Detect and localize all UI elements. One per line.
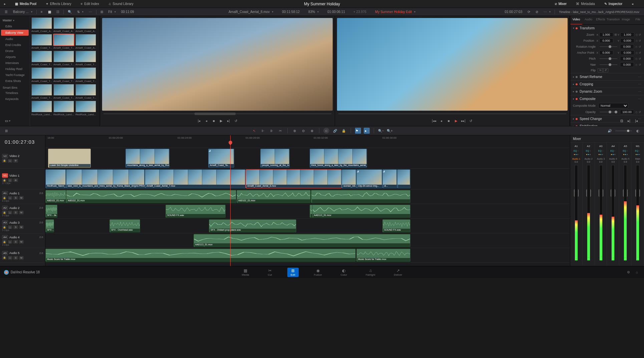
search-icon[interactable]: 🔍 (65, 10, 74, 14)
btn-mixer[interactable]: ⎚Mixer (554, 1, 568, 6)
audio-clip[interactable]: SFX - Overhead.wav (109, 219, 140, 232)
reset-icon[interactable]: ↺ (638, 63, 641, 66)
clip-thumbnail[interactable] (53, 17, 74, 29)
audio-clip[interactable]: Music Score for Trailer.mov (45, 249, 356, 262)
timeline-track[interactable]: AA0113_01.mov (45, 233, 570, 248)
stop-icon[interactable]: ■ (446, 118, 451, 123)
track-header[interactable]: A4Audio 42.0 🔒◻SM3 Clips (0, 233, 45, 248)
transition-icon[interactable]: ◢ (383, 170, 386, 173)
mute-button[interactable]: M (19, 196, 24, 200)
inspector-tab[interactable]: Effects (595, 16, 607, 24)
bypass-icon[interactable]: ⊘ (533, 10, 541, 14)
blade-tool-icon[interactable]: ✂ (277, 128, 283, 134)
zoom-x-field[interactable] (599, 32, 613, 37)
lock-track-icon[interactable]: 🔒 (2, 178, 7, 182)
timeline-track[interactable]: Lower 3rd Simple Underlinemountains_alon… (45, 148, 570, 169)
audio-clip[interactable]: Cross FadeSFX - Distant prop plane.wav (209, 219, 296, 232)
options-dropdown[interactable]: ⋯ (541, 10, 553, 14)
reset-icon[interactable]: ↺ (638, 33, 641, 36)
reset-icon[interactable]: ↺ (638, 51, 641, 54)
mixer-channel[interactable]: A2EQ ⫶ Audio 20.0 (583, 143, 595, 266)
section-header[interactable]: ▸Dynamic Zoom⋯ (570, 88, 644, 95)
clip-thumbnail[interactable] (53, 34, 74, 46)
track-badge[interactable]: A1 (2, 191, 8, 195)
reset-icon[interactable]: ↺ (638, 111, 641, 114)
mixer-channel[interactable]: A1EQ ⫶ Audio 10.0 (570, 143, 583, 266)
first-frame-icon[interactable]: |◂◂ (432, 118, 436, 123)
reset-icon[interactable]: ↺ (638, 57, 641, 60)
options-icon[interactable]: ⋯ (86, 10, 95, 14)
lock-track-icon[interactable]: 🔒 (2, 256, 7, 260)
audio-clip[interactable]: A80102_01.mov (237, 190, 311, 203)
composite-mode-select[interactable]: Normal (598, 103, 628, 108)
loop-icon[interactable]: ↺ (468, 118, 473, 123)
keyframe-icon[interactable]: ◇ (635, 33, 638, 36)
section-header[interactable]: ▸Smart Reframe⋯ (570, 73, 644, 80)
sidebar-toggle-icon[interactable]: ☰ (2, 10, 10, 14)
prev-frame-icon[interactable]: ◂ (204, 118, 209, 123)
clip-thumbnail[interactable] (75, 67, 96, 79)
mixer-channel[interactable]: M1EQ ⫶ Main0.0 (632, 143, 644, 266)
timeline-track[interactable]: SFX - Ja...SOUND FX.wavAA0113_01.mov (45, 204, 570, 219)
mute-icon[interactable]: 🔊 (607, 128, 613, 134)
audio-clip[interactable]: SFX -... (45, 219, 54, 232)
audio-clip[interactable] (311, 190, 410, 203)
dynamic-trim-icon[interactable]: ⊪ (269, 128, 275, 134)
video-clip[interactable]: people_running_at_the_beach_in_brig... (260, 149, 290, 168)
track-header[interactable]: A3Audio 32.0 🔒◻SM5 Clips (0, 219, 45, 233)
clip-thumbnail[interactable] (75, 101, 96, 112)
view-strip-icon[interactable]: ☷ (54, 10, 62, 14)
btn-inspector[interactable]: ✎Inspector (603, 1, 624, 6)
clip-thumbnail[interactable] (53, 51, 74, 62)
audio-clip[interactable]: A80102_01.mov (66, 190, 236, 203)
bin-item[interactable]: Yacht Footage (0, 72, 30, 78)
reset-icon[interactable]: ↺ (638, 45, 641, 48)
lock-track-icon[interactable]: 🔒 (2, 225, 7, 229)
section-header[interactable]: ▸Stabilization⋯ (570, 123, 644, 126)
inspector-tab[interactable]: Transition (607, 16, 620, 24)
sync-icon[interactable]: ⟳ (525, 10, 533, 14)
keyframe-icon[interactable]: ◇ (635, 39, 638, 42)
clip-thumbnail[interactable] (31, 101, 52, 112)
clip-thumbnail[interactable] (53, 101, 74, 112)
clip-thumbnail[interactable] (75, 34, 96, 46)
anchor-y-field[interactable] (620, 50, 634, 55)
opacity-field[interactable] (620, 110, 634, 114)
play-icon[interactable]: ▶ (454, 118, 458, 123)
disable-track-icon[interactable]: ⊘ (13, 178, 18, 182)
lock-track-icon[interactable]: 🔒 (2, 196, 7, 200)
arrow-tool-icon[interactable]: ↖ (251, 128, 257, 134)
auto-select-icon[interactable]: ◻ (8, 240, 12, 244)
link-toggle-icon[interactable]: 🔗 (332, 128, 338, 134)
keyframe-icon[interactable]: ◇ (635, 57, 638, 60)
flip-v-icon[interactable]: ⇵ (603, 68, 608, 72)
track-header[interactable]: A1Audio 12.0 🔒◻SM8 Clips (0, 189, 45, 204)
auto-select-icon[interactable]: ◻ (8, 159, 12, 163)
clip-thumbnail[interactable] (31, 84, 52, 96)
insert-clip-icon[interactable]: ⊕ (292, 128, 298, 134)
settings-icon[interactable]: ⚙ (627, 270, 630, 274)
yaw-slider[interactable] (600, 64, 617, 65)
lock-track-icon[interactable]: 🔒 (2, 240, 7, 244)
track-header[interactable]: A2Audio 22.0 🔒◻SM5 Clips (0, 204, 45, 219)
reset-icon[interactable]: ↺ (638, 39, 641, 42)
source-screen[interactable] (102, 18, 333, 111)
section-header[interactable]: ▸Cropping⋯ (570, 81, 644, 88)
bin-item[interactable]: Drone (0, 48, 30, 54)
trim-tool-icon[interactable]: ⊩ (260, 128, 266, 134)
lock-track-icon[interactable]: 🔒 (2, 159, 7, 163)
zoom-in-icon[interactable]: 🔍+ (387, 128, 393, 134)
audio-clip[interactable]: A80102_01.mov (45, 190, 66, 203)
inspector-tab[interactable]: Video (570, 16, 582, 24)
video-clip[interactable]: lake_next_to_mountains_and_trees_aerial_… (66, 169, 145, 188)
timeline-track[interactable]: A80102_01.movA80102_01.movA80102_01.mov (45, 189, 570, 204)
track-badge[interactable]: A3 (2, 220, 8, 225)
track-header[interactable]: A5Audio 52.0 🔒◻SM (0, 248, 45, 263)
bin-item[interactable]: Holiday Reel (0, 66, 30, 72)
index-toggle-icon[interactable]: ⊞ (3, 128, 9, 134)
first-frame-icon[interactable]: |◂ (197, 118, 202, 123)
smart-bin-item[interactable]: Keywords (0, 96, 30, 102)
audio-clip[interactable]: Music Score for Trailer.mov (356, 249, 410, 262)
inspector-tab[interactable]: Audio (582, 16, 594, 24)
keyframe-icon[interactable]: ◇ (635, 63, 638, 66)
